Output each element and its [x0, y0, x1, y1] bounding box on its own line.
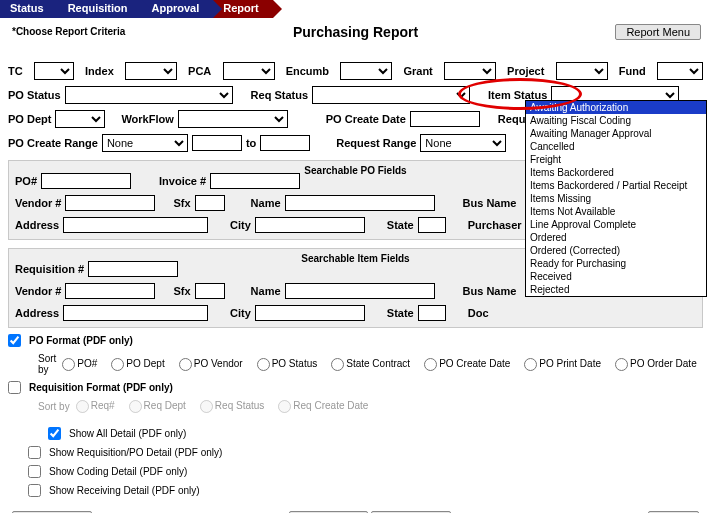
- address-input[interactable]: [63, 217, 208, 233]
- pca-select[interactable]: [223, 62, 275, 80]
- chk-recv-detail[interactable]: [28, 484, 41, 497]
- item-status-option[interactable]: Items Backordered: [526, 166, 706, 179]
- po-sort-po-order-date[interactable]: PO Order Date: [615, 358, 697, 371]
- sfx-input[interactable]: [195, 195, 225, 211]
- po-status-label: PO Status: [8, 89, 61, 101]
- item-status-option[interactable]: Line Approval Complete: [526, 218, 706, 231]
- item-status-option[interactable]: Rejected: [526, 283, 706, 296]
- item-status-option[interactable]: Items Missing: [526, 192, 706, 205]
- workflow-select[interactable]: [178, 110, 288, 128]
- item-panel-title: Searchable Item Fields: [301, 253, 409, 264]
- po-create-date-label: PO Create Date: [326, 113, 406, 125]
- tc-label: TC: [8, 65, 23, 77]
- item-status-option[interactable]: Ordered: [526, 231, 706, 244]
- index-label: Index: [85, 65, 114, 77]
- req-status-select[interactable]: [312, 86, 470, 104]
- iname-input[interactable]: [285, 283, 435, 299]
- req-num-input[interactable]: [88, 261, 178, 277]
- isfx-input[interactable]: [195, 283, 225, 299]
- po-range-from-input[interactable]: [192, 135, 242, 151]
- city-input[interactable]: [255, 217, 365, 233]
- po-create-range-select[interactable]: None: [102, 134, 188, 152]
- item-status-dropdown[interactable]: Awaiting AuthorizationAwaiting Fiscal Co…: [525, 100, 707, 297]
- po-sort-state-contract[interactable]: State Contract: [331, 358, 410, 371]
- item-status-option[interactable]: Ready for Purchasing: [526, 257, 706, 270]
- po-sortby-label: Sort by: [38, 353, 56, 375]
- invoice-label: Invoice #: [159, 175, 206, 187]
- grant-label: Grant: [403, 65, 432, 77]
- po-sort-po-vendor[interactable]: PO Vendor: [179, 358, 243, 371]
- po-sort-po-dept[interactable]: PO Dept: [111, 358, 164, 371]
- icity-input[interactable]: [255, 305, 365, 321]
- po-dept-select[interactable]: [55, 110, 105, 128]
- po-sort-po-status[interactable]: PO Status: [257, 358, 318, 371]
- address-label: Address: [15, 219, 59, 231]
- istate-input[interactable]: [418, 305, 446, 321]
- report-menu-button[interactable]: Report Menu: [615, 24, 701, 40]
- item-status-option[interactable]: Freight: [526, 153, 706, 166]
- req-status-label: Req Status: [251, 89, 308, 101]
- request-range-select[interactable]: None: [420, 134, 506, 152]
- iaddress-input[interactable]: [63, 305, 208, 321]
- index-select[interactable]: [125, 62, 177, 80]
- encumb-select[interactable]: [340, 62, 392, 80]
- chk-recv-label: Show Receiving Detail (PDF only): [49, 485, 200, 496]
- item-status-option[interactable]: Cancelled: [526, 140, 706, 153]
- city-label: City: [230, 219, 251, 231]
- request-range-label: Request Range: [336, 137, 416, 149]
- chk-coding-detail[interactable]: [28, 465, 41, 478]
- tc-select[interactable]: [34, 62, 74, 80]
- pca-label: PCA: [188, 65, 211, 77]
- name-label: Name: [251, 197, 281, 209]
- po-create-date-input[interactable]: [410, 111, 480, 127]
- state-label: State: [387, 219, 414, 231]
- req-sortby-label: Sort by: [38, 401, 70, 412]
- po-range-to-input[interactable]: [260, 135, 310, 151]
- criteria-label: *Choose Report Criteria: [12, 26, 125, 37]
- po-create-range-label: PO Create Range: [8, 137, 98, 149]
- fund-select[interactable]: [657, 62, 703, 80]
- item-status-option[interactable]: Items Backordered / Partial Receipt: [526, 179, 706, 192]
- po-range-to-label: to: [246, 137, 256, 149]
- item-status-option[interactable]: Received: [526, 270, 706, 283]
- name-input[interactable]: [285, 195, 435, 211]
- tab-status[interactable]: Status: [0, 0, 58, 18]
- po-format-label: PO Format (PDF only): [29, 335, 133, 346]
- invoice-input[interactable]: [210, 173, 300, 189]
- project-select[interactable]: [556, 62, 608, 80]
- req-format-label: Requisition Format (PDF only): [29, 382, 173, 393]
- po-dept-label: PO Dept: [8, 113, 51, 125]
- grant-select[interactable]: [444, 62, 496, 80]
- ivendor-input[interactable]: [65, 283, 155, 299]
- isfx-label: Sfx: [173, 285, 190, 297]
- tab-requisition[interactable]: Requisition: [58, 0, 142, 18]
- po-num-label: PO#: [15, 175, 37, 187]
- icity-label: City: [230, 307, 251, 319]
- tab-approval[interactable]: Approval: [142, 0, 214, 18]
- po-format-check[interactable]: [8, 334, 21, 347]
- item-status-option[interactable]: Awaiting Fiscal Coding: [526, 114, 706, 127]
- po-sort-po-create-date[interactable]: PO Create Date: [424, 358, 510, 371]
- workflow-label: WorkFlow: [121, 113, 173, 125]
- item-status-option[interactable]: Ordered (Corrected): [526, 244, 706, 257]
- item-status-option[interactable]: Awaiting Manager Approval: [526, 127, 706, 140]
- po-sort-po-[interactable]: PO#: [62, 358, 97, 371]
- purchaser-label: Purchaser: [468, 219, 522, 231]
- item-status-option[interactable]: Items Not Available: [526, 205, 706, 218]
- po-num-input[interactable]: [41, 173, 131, 189]
- state-input[interactable]: [418, 217, 446, 233]
- chk-all-detail[interactable]: [48, 427, 61, 440]
- po-sort-po-print-date[interactable]: PO Print Date: [524, 358, 601, 371]
- vendor-input[interactable]: [65, 195, 155, 211]
- iaddress-label: Address: [15, 307, 59, 319]
- ivendor-label: Vendor #: [15, 285, 61, 297]
- po-panel-title: Searchable PO Fields: [304, 165, 406, 176]
- istate-label: State: [387, 307, 414, 319]
- po-status-select[interactable]: [65, 86, 233, 104]
- busname-label: Bus Name: [463, 197, 517, 209]
- iname-label: Name: [251, 285, 281, 297]
- chk-reqpo-detail[interactable]: [28, 446, 41, 459]
- item-status-option[interactable]: Awaiting Authorization: [526, 101, 706, 114]
- encumb-label: Encumb: [286, 65, 329, 77]
- req-format-check[interactable]: [8, 381, 21, 394]
